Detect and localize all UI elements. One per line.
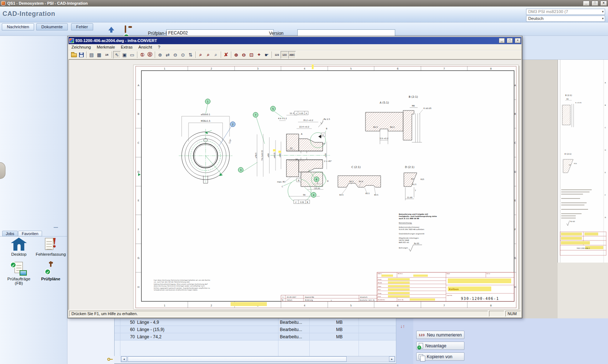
copy-from-button[interactable]: Kopieren von [416, 352, 464, 361]
copyright-line: diese Zeichnung (Technische Unterlage) w… [154, 285, 205, 287]
stamp-revision-icon[interactable]: Ⓡ [146, 51, 154, 59]
tab-fehler[interactable]: Fehler [71, 23, 93, 30]
characteristic-add-icon[interactable]: ⊕ [156, 51, 164, 59]
filter-number-icon[interactable]: 123 [281, 51, 288, 59]
tab-nachrichten[interactable]: Nachrichten [2, 23, 34, 30]
restore-button[interactable]: □ [592, 1, 598, 6]
scrollbar-thumb[interactable] [128, 356, 347, 362]
preview-detail-d-title: D (2:1) [564, 153, 571, 155]
save-icon[interactable] [78, 51, 85, 59]
preview-dim: 6 ±0.05 [575, 102, 582, 104]
chevron-down-icon: ▾ [602, 10, 604, 13]
table-row[interactable]: 70 Länge - 74,2 Bearbeitu... MB [115, 333, 396, 340]
renumber-icon[interactable]: 123 [273, 51, 281, 59]
dim-label: R0.5 [373, 126, 378, 128]
select-area-icon[interactable]: ▭ [128, 51, 136, 59]
note-line: Bohrungen [399, 247, 408, 249]
sidebar-tab-jobs[interactable]: Jobs [2, 231, 18, 237]
delete-icon[interactable]: ✘ [222, 51, 230, 59]
create-new-button[interactable]: Neuanlage [416, 342, 464, 350]
col-label: 4 [304, 304, 306, 307]
sidebar-tab-favoriten[interactable]: Favoriten [18, 231, 42, 237]
menu-merkmale[interactable]: Merkmale [94, 45, 118, 50]
sort-arrows-icon[interactable]: ↓↑ [400, 323, 405, 329]
scroll-left-icon[interactable]: ◂ [121, 356, 127, 362]
title-block: EW-In MCH-In Blatt KV-st Freist Bearb Ge… [377, 272, 514, 301]
profile-select[interactable]: DM3 PSI ms82100 (7 ▾ [526, 9, 605, 15]
tab-dokumente[interactable]: Dokumente [36, 23, 68, 30]
cad-close-button[interactable]: × [515, 38, 521, 43]
title-block-label: Bert [378, 289, 381, 290]
sort-column: ↓↑ [396, 318, 413, 364]
drawing-canvas[interactable]: 1 2 3 4 5 6 7 8 1 2 3 4 5 6 7 8 A B C D … [69, 59, 521, 310]
zoom-stamp-box-icon[interactable]: ⌕ [204, 51, 212, 59]
characteristic-form-icon[interactable]: ▦ [95, 51, 103, 59]
menu-extras[interactable]: Extras [118, 45, 136, 50]
select-characteristic-icon[interactable]: ▣ [121, 51, 128, 59]
characteristic-remove-icon[interactable]: ⊖ [171, 51, 179, 59]
splitter-handle[interactable] [54, 227, 58, 228]
sidebar-item-pruefplaene[interactable]: ✓ Prüfpläne [36, 262, 65, 281]
first-number-icon[interactable]: 1R [103, 51, 111, 59]
detail-title: B (2:1) [409, 95, 418, 99]
horizontal-scrollbar[interactable]: ◂ ▸ [121, 356, 395, 362]
zoom-in-icon[interactable]: ⊕ [232, 51, 240, 59]
revision-cell: 1 [282, 296, 284, 298]
row-label: H [137, 286, 139, 289]
dim-label: R0.5 [339, 194, 343, 196]
close-button[interactable]: × [600, 1, 607, 6]
zoom-stamp-icon[interactable]: ⌕ [197, 51, 204, 59]
row-status: Bearbeitu... [280, 327, 302, 332]
characteristic-check-icon[interactable]: ⊙ [179, 51, 187, 59]
renumber-button[interactable]: 123 Neu nummerieren [416, 331, 464, 339]
characteristic-align-icon[interactable]: ⇅ [187, 51, 194, 59]
filter-text-icon[interactable]: ABC [288, 51, 296, 59]
version-input[interactable] [297, 29, 395, 36]
note-line: Schrift DIN 7603-HB aufkleben [399, 229, 424, 230]
stamp-number-icon[interactable]: ① [138, 51, 146, 59]
pan-icon[interactable]: ☛ [263, 51, 270, 59]
row-label: D [137, 171, 139, 173]
scroll-up-icon[interactable] [108, 24, 114, 30]
table-row[interactable]: 60 Länge - (15,9) Bearbeitu... MB [115, 326, 396, 333]
detail-marker: D [327, 180, 328, 182]
cad-titlebar[interactable]: 930-1200-406-ac2004.dwg - infra-CONVERT … [69, 37, 521, 44]
title-block-label: KV-st [487, 273, 490, 275]
shortcut-label: Prüfaufträge [1, 277, 36, 281]
sidebar-item-fehlererfassung[interactable]: ! Fehlererfassung [35, 238, 67, 256]
scroll-right-icon[interactable]: ▸ [389, 356, 395, 362]
zoom-out-icon[interactable]: ⊖ [240, 51, 248, 59]
dim-label: 74.2±0.15 [261, 150, 263, 161]
characteristic-swap-icon[interactable]: ⇄ [164, 51, 171, 59]
zoom-stamp-free-icon[interactable]: ⌕ [212, 51, 220, 59]
title-block-label: Blatt [447, 273, 450, 275]
preview-row-letter: A [605, 82, 606, 84]
select-tool-icon[interactable]: ⇖ [113, 51, 121, 59]
sidebar-collapse-handle[interactable] [0, 162, 5, 179]
language-select[interactable]: Deutsch ▾ [526, 16, 605, 22]
table-row[interactable]: 50 Länge - 4,9 Bearbeitu... MB [115, 319, 396, 326]
menu-ansicht[interactable]: Ansicht [136, 45, 155, 50]
cad-minimize-button[interactable]: _ [499, 38, 505, 43]
cad-maximize-button[interactable]: □ [507, 38, 513, 43]
preview-row-letter: F [605, 194, 606, 196]
preview-row-letter: C [605, 127, 606, 129]
row-label: A [138, 84, 140, 87]
open-icon[interactable] [70, 51, 78, 59]
menu-help[interactable]: ? [155, 45, 163, 50]
cad-statusbar: Drücken Sie F1, um Hilfe zu erhalten. NU… [69, 310, 521, 318]
menu-zeichnung[interactable]: Zeichnung [69, 45, 94, 50]
funnel-icon: ▽ [331, 300, 332, 301]
zoom-window-icon[interactable]: ⊡ [248, 51, 255, 59]
sidebar-item-pruefauftraege[interactable]: ✓ Prüfaufträge (FB) [1, 262, 36, 285]
inspection-order-icon: ✓ [11, 262, 27, 276]
characteristic-list-icon[interactable]: ▤ [88, 51, 95, 59]
sidebar-item-desktop[interactable]: Desktop [4, 238, 34, 256]
minimize-button[interactable]: _ [583, 1, 590, 6]
detail-marker: B [326, 127, 327, 130]
pruefplan-input[interactable] [166, 29, 274, 36]
zoom-fit-icon[interactable]: ⌖ [255, 51, 263, 59]
dim-label: 2 × 45° [324, 160, 332, 162]
surface-finish: Rz 63 [414, 242, 419, 244]
version-label: Version [269, 31, 284, 36]
